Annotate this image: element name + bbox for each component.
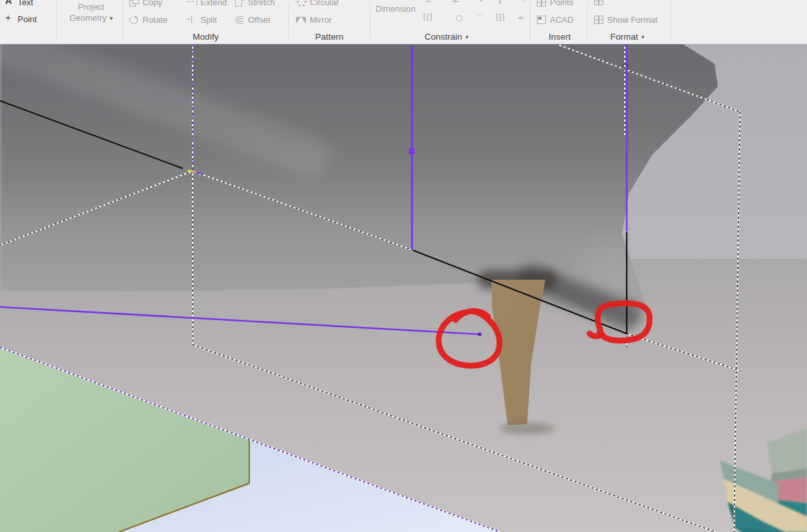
project-geometry-button[interactable]: Project Geometry▾ [61,1,121,25]
ribbon-divider [370,3,370,40]
show-format-label: Show Format [607,15,657,25]
offset-label: Offset [248,15,270,25]
point-icon [4,14,14,24]
ribbon-divider [56,3,57,40]
show-format-icon [594,14,604,25]
modify-panel-label: Modify [193,32,219,42]
mirror-icon [296,14,307,25]
rotate-label: Rotate [143,15,167,25]
extend-button[interactable]: Extend [187,0,226,8]
constrain-panel-label[interactable]: Constrain▾ [424,32,468,42]
chevron-down-icon: ▾ [110,13,113,24]
parallel-constraint-icon[interactable]: ∠ [452,0,459,4]
project-geometry-line2: Geometry [70,13,107,23]
ribbon: Text Point Project Geometry▾ Copy Rotate… [0,0,807,44]
red-annotation-right-circle [590,303,650,341]
stretch-label: Stretch [248,0,275,7]
format-panel-label[interactable]: Format▾ [610,32,644,42]
symmetric-constraint-icon[interactable]: [|] [496,13,504,22]
extend-label: Extend [200,0,226,7]
split-label: Split [200,15,217,25]
stretch-icon [234,0,245,7]
insert-panel-label: Insert [549,32,571,42]
equal-constraint-icon[interactable]: = [517,13,524,22]
stretch-button[interactable]: Stretch [234,0,275,8]
circular-pattern-icon [296,0,307,7]
circular-label: Circular [310,0,339,7]
circular-pattern-button[interactable]: Circular [296,0,339,8]
offset-button[interactable]: Offset [234,13,270,26]
dimension-button[interactable]: Dimension [376,2,415,15]
construction-line-sofa-base-dashed[interactable] [193,171,413,250]
model-viewport[interactable] [0,44,807,532]
concentric-constraint-icon[interactable]: ○ [456,13,462,22]
ribbon-divider [122,3,123,40]
inventor-app: Text Point Project Geometry▾ Copy Rotate… [0,0,807,532]
perpendicular-constraint-icon[interactable]: ⊥ [425,0,431,4]
construction-line-down-left[interactable] [0,171,193,245]
line-endpoint-marker[interactable] [478,332,482,336]
show-format-button[interactable]: Show Format [594,13,657,26]
split-button[interactable]: Split [187,13,217,26]
ribbon-divider [288,3,289,40]
points-icon [536,0,547,7]
ribbon-divider [530,3,530,40]
fix-constraint-icon[interactable]: ⊣ [519,0,525,4]
tangent-constraint-icon[interactable]: ⌒ [476,13,484,24]
acad-icon [536,14,547,25]
corner-purple-tick [196,172,202,174]
sketch-line-sofa-crease[interactable] [0,101,183,168]
copy-label: Copy [143,0,162,7]
chevron-down-icon: ▾ [642,34,645,40]
rotate-button[interactable]: Rotate [129,13,167,26]
acad-label: ACAD [550,15,573,25]
sketch-overlay [0,44,807,532]
copy-button[interactable]: Copy [129,0,162,8]
pattern-panel-label: Pattern [315,32,344,42]
mirror-label: Mirror [310,15,332,25]
sketch-line-purple-floor[interactable] [0,307,480,334]
point-button[interactable]: Point [4,12,37,25]
copy-icon [129,0,139,7]
text-icon [4,0,14,7]
books-photo [720,428,807,532]
vertical-constraint-icon[interactable]: ∥ [498,0,502,4]
vertex-handle-marker[interactable] [409,148,415,154]
construction-line-arm-top[interactable] [557,44,740,112]
coincident-constraint-icon[interactable]: [⟨] [423,13,432,22]
text-label: Text [18,0,33,7]
red-annotation-left-circle [439,311,500,366]
horizontal-constraint-icon[interactable]: < [477,0,484,4]
points-label: Points [550,0,573,7]
corner-yellow-tick [187,170,194,172]
construction-line-base-continuation[interactable] [627,334,740,371]
rotate-icon [129,14,139,25]
chevron-down-icon: ▾ [465,34,469,40]
offset-icon [234,14,245,25]
acad-button[interactable]: ACAD [536,13,573,26]
project-geometry-line1: Project [78,2,104,12]
split-icon [187,14,197,25]
points-button[interactable]: Points [536,0,573,8]
dimension-label: Dimension [376,4,415,14]
ribbon-divider [587,3,588,40]
extend-icon [187,0,197,7]
mirror-button[interactable]: Mirror [296,13,332,26]
point-label: Point [18,14,37,24]
ribbon-divider [670,3,671,40]
sketch-format-icon [594,0,604,6]
text-button[interactable]: Text [4,0,33,8]
sketch-format-button[interactable] [594,0,604,7]
